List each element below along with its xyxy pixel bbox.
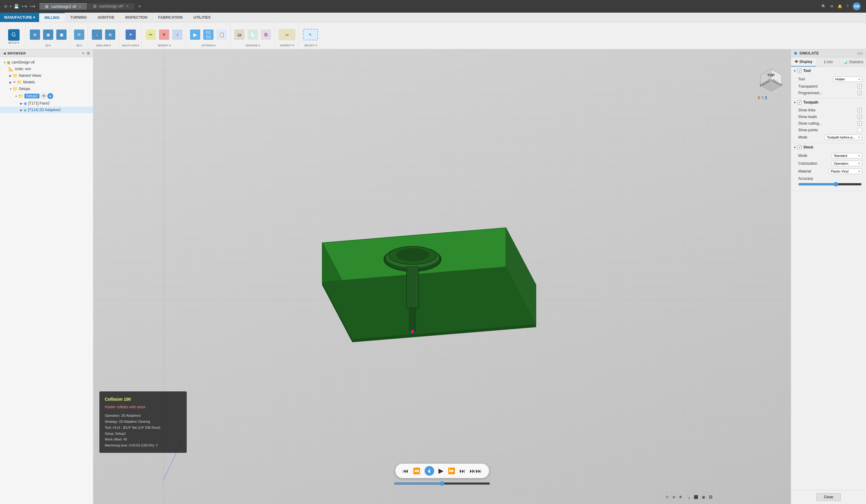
tab-statistics[interactable]: 📊 Statistics bbox=[841, 57, 866, 67]
actions-icon1[interactable]: ▶ bbox=[189, 29, 201, 41]
close-button[interactable]: Close bbox=[816, 493, 841, 501]
tree-item-face2[interactable]: ▶ ◉ [T171] Face2 bbox=[0, 100, 93, 107]
search-icon[interactable]: 🔍 bbox=[821, 4, 826, 9]
colorization-select-wrap[interactable]: Operation None ▼ bbox=[832, 161, 862, 166]
3d-icon1[interactable]: ⟳ bbox=[73, 29, 85, 41]
drilling-icon1[interactable]: ↓ bbox=[91, 29, 103, 41]
display-mode-icon[interactable]: ▣ bbox=[702, 495, 705, 499]
tab-display[interactable]: 👁 Display bbox=[791, 57, 816, 67]
tab1[interactable]: ⚙ camDesign2 v8 ✕ bbox=[40, 3, 87, 10]
new-tab-btn[interactable]: + bbox=[134, 3, 145, 10]
manufacture-dropdown[interactable]: MANUFACTURE ▾ bbox=[0, 13, 39, 22]
settings-icon[interactable]: ⚙ bbox=[830, 4, 833, 9]
setup-icon[interactable]: G SETUP ▾ bbox=[7, 28, 21, 45]
app-grid-icon[interactable]: ⊞ bbox=[4, 4, 7, 9]
user-avatar[interactable]: RM bbox=[853, 2, 861, 10]
playback-slider[interactable] bbox=[394, 481, 490, 486]
pan-icon[interactable]: ✥ bbox=[679, 495, 682, 499]
viewcube[interactable]: TOP FRONT RIGHT X Y Z bbox=[758, 67, 785, 96]
2d-icon2[interactable]: ◉ bbox=[42, 29, 54, 41]
select-icon1[interactable]: ↖ bbox=[302, 28, 319, 41]
setup2-eye-icon[interactable]: 👁 bbox=[41, 94, 46, 99]
tab-additive[interactable]: ADDITIVE bbox=[92, 13, 120, 22]
inspect-icon1[interactable]: ⇔ bbox=[278, 28, 296, 41]
tab-inspection[interactable]: INSPECTION bbox=[120, 13, 153, 22]
actions-icon2[interactable]: G1G2 bbox=[202, 29, 214, 41]
show-leads-checkbox[interactable]: ✓ bbox=[857, 115, 862, 119]
tree-item-units[interactable]: 📐 Units: mm bbox=[0, 66, 93, 72]
material-select[interactable]: Plastic Vinyl Steel Aluminum bbox=[829, 169, 862, 174]
manage-icon2[interactable]: 📄 bbox=[247, 29, 259, 41]
redo-icon[interactable]: ↪▾ bbox=[30, 4, 35, 9]
tree-item-setups[interactable]: ▾ 📁 Setups bbox=[0, 86, 93, 92]
tab-utilities[interactable]: UTILITIES bbox=[188, 13, 216, 22]
tree-item-models[interactable]: ▶ 👁 📁 Models bbox=[0, 79, 93, 86]
browser-resize-icon[interactable]: ⊞ bbox=[87, 51, 90, 55]
modify-icon1[interactable]: ✂ bbox=[145, 29, 157, 41]
2d-icon3[interactable]: ▣ bbox=[55, 29, 67, 41]
modify-icon2[interactable]: ✕ bbox=[158, 29, 170, 41]
help-icon[interactable]: ? bbox=[846, 4, 848, 9]
tree-item-setup2[interactable]: ▾ 📁 Setup2 👁 ● bbox=[0, 92, 93, 100]
toolpath-section-check[interactable]: ✓ bbox=[797, 100, 801, 104]
mode-select[interactable]: Toolpath before p... Full None bbox=[825, 135, 862, 140]
show-points-checkbox[interactable] bbox=[857, 128, 862, 132]
tab-milling[interactable]: MILLING bbox=[39, 13, 65, 22]
playback-fast-fwd[interactable]: ⏭ bbox=[459, 468, 466, 474]
stock-mode-select-wrap[interactable]: Standard Transparent None ▼ bbox=[832, 153, 862, 158]
tab-info[interactable]: ℹ Info bbox=[816, 57, 841, 67]
browser-options-icon[interactable]: ≡ bbox=[82, 51, 84, 55]
material-select-wrap[interactable]: Plastic Vinyl Steel Aluminum ▼ bbox=[829, 169, 862, 174]
tool-section-header[interactable]: ▾ ✓ Tool bbox=[791, 67, 866, 75]
accuracy-slider[interactable] bbox=[798, 182, 862, 187]
render-icon[interactable]: 🖼 bbox=[709, 495, 712, 499]
simulate-expand-icon[interactable]: ▷▷ bbox=[857, 51, 863, 55]
stock-section-header[interactable]: ▾ ✓ Stock bbox=[791, 143, 866, 151]
orbit-icon[interactable]: ↻ bbox=[666, 495, 669, 499]
zoom-icon[interactable]: 🔍 bbox=[686, 495, 690, 499]
accuracy-row: Accuracy bbox=[791, 175, 866, 189]
tool-select-wrap[interactable]: Holder Full None ▼ bbox=[833, 77, 862, 82]
manage-icon1[interactable]: 🗂 bbox=[233, 29, 245, 41]
playback-step-fwd[interactable]: ⏩ bbox=[448, 467, 455, 474]
playback-skip-start[interactable]: ⏮ bbox=[403, 468, 409, 474]
actions-icon3[interactable]: 📋 bbox=[215, 29, 227, 41]
tree-setups-label: Setups bbox=[19, 87, 30, 91]
tool-select[interactable]: Holder Full None bbox=[833, 77, 862, 82]
show-cutting-checkbox[interactable]: ✓ bbox=[857, 121, 862, 125]
toolpath-section-header[interactable]: ▾ ✓ Toolpath bbox=[791, 99, 866, 106]
tree-item-named-views[interactable]: ▶ 📁 Named Views bbox=[0, 72, 93, 79]
playback-play[interactable]: ▶ bbox=[438, 467, 444, 475]
modify-icon3[interactable]: ↕ bbox=[171, 29, 184, 41]
toolpath-section-label: Toolpath bbox=[803, 100, 819, 104]
view-cube-icon[interactable]: ⬛ bbox=[694, 495, 698, 499]
save-icon[interactable]: 💾 bbox=[14, 4, 19, 9]
notification-icon[interactable]: 🔔 bbox=[838, 4, 842, 9]
stock-mode-select[interactable]: Standard Transparent None bbox=[832, 153, 862, 158]
stock-section-check[interactable]: ✓ bbox=[797, 145, 801, 149]
playback-step-back[interactable]: ⏴ bbox=[424, 466, 434, 476]
tool-section-check[interactable]: ✓ bbox=[797, 69, 801, 73]
tab-turning[interactable]: TURNING bbox=[65, 13, 92, 22]
tab2[interactable]: ⚙ camDesign v9* ✕ bbox=[88, 3, 135, 10]
manage-icon3[interactable]: G bbox=[260, 29, 272, 41]
drilling-icon2[interactable]: ⊕ bbox=[104, 29, 116, 41]
mode-select-wrap[interactable]: Toolpath before p... Full None ▼ bbox=[825, 135, 862, 140]
tab2-close[interactable]: ✕ bbox=[126, 4, 129, 9]
programmed-checkbox[interactable]: ✓ bbox=[857, 91, 862, 95]
colorization-select[interactable]: Operation None bbox=[832, 161, 862, 166]
browser-collapse-icon[interactable]: ◀ bbox=[3, 51, 6, 55]
tab-fabrication[interactable]: FABRICATION bbox=[153, 13, 188, 22]
playback-skip-end[interactable]: ⏭⏭ bbox=[470, 468, 482, 474]
file-icon[interactable]: ▾ bbox=[10, 4, 11, 9]
tree-root[interactable]: ▾ ▣ camDesign v8 bbox=[0, 59, 93, 66]
look-icon[interactable]: ⊕ bbox=[673, 495, 675, 499]
playback-reverse[interactable]: ⏪ bbox=[413, 467, 420, 474]
transparent-checkbox[interactable]: ✓ bbox=[857, 84, 862, 89]
tree-item-adaptive2[interactable]: ▶ ◈ [T114] 2D Adaptive2 bbox=[0, 107, 93, 113]
2d-icon1[interactable]: ⊛ bbox=[29, 29, 41, 41]
undo-icon[interactable]: ↩▾ bbox=[21, 4, 27, 9]
show-links-checkbox[interactable]: ✓ bbox=[857, 108, 862, 112]
tab1-close[interactable]: ✕ bbox=[79, 4, 81, 9]
multiaxis-icon1[interactable]: ✦ bbox=[125, 29, 137, 41]
